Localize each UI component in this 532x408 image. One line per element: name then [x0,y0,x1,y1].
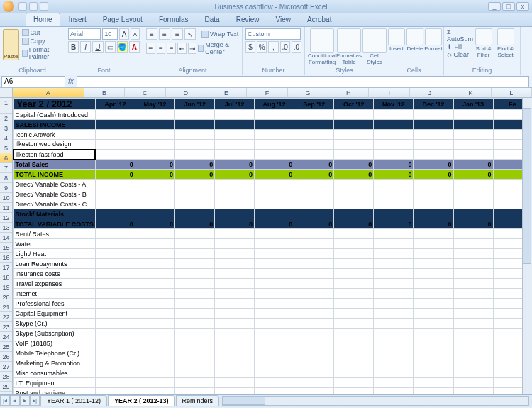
cell[interactable]: Sep '12 [294,99,334,110]
row-header[interactable]: 26 [0,352,12,362]
column-header[interactable]: K [450,88,491,98]
align-middle-button[interactable]: ≡ [159,28,170,40]
cell[interactable]: Direct/ Variable Costs - A [13,180,95,189]
cell[interactable] [374,329,414,338]
cell[interactable] [334,338,374,348]
insert-cells-button[interactable]: Insert [387,28,406,52]
cell[interactable] [294,150,334,160]
cell[interactable] [414,388,453,395]
cell[interactable] [175,348,215,358]
cell[interactable] [95,388,135,395]
tab-nav-next-button[interactable]: ▸ [20,395,30,406]
cell[interactable] [453,269,493,279]
cell[interactable] [95,209,135,219]
cell[interactable] [294,239,334,249]
cut-button[interactable]: Cut [22,29,62,36]
column-header[interactable]: B [84,88,125,98]
cell[interactable] [135,199,174,209]
cell[interactable] [215,189,255,199]
cell[interactable] [294,309,334,319]
cell[interactable] [453,279,493,289]
orientation-button[interactable]: ⤡ [184,28,196,40]
cell[interactable]: Year 2 / 2012 [13,99,95,110]
tab-nav-prev-button[interactable]: ◂ [10,395,20,406]
column-header[interactable]: I [369,88,409,98]
cell[interactable] [334,309,374,319]
cell[interactable] [453,189,493,199]
cell[interactable] [453,338,493,348]
cell[interactable] [215,279,255,289]
ribbon-tab-review[interactable]: Review [228,13,267,26]
cell[interactable] [95,368,135,378]
cell[interactable] [215,299,255,309]
column-header[interactable]: J [410,88,450,98]
row-header[interactable]: 20 [0,292,12,302]
delete-cells-button[interactable]: Delete [406,28,424,52]
cell[interactable] [294,180,334,189]
cell[interactable] [135,180,174,189]
border-button[interactable]: ▭ [105,41,116,53]
align-left-button[interactable]: ≡ [146,43,155,54]
cell[interactable] [414,329,453,338]
cell[interactable] [95,358,135,368]
shrink-font-button[interactable]: A [131,28,140,40]
cell[interactable] [135,299,174,309]
bold-button[interactable]: B [68,41,79,53]
cell[interactable] [215,329,255,338]
sheet-tab[interactable]: YEAR 2 ( 2012-13) [108,395,175,406]
fill-button[interactable]: ⬇ Fill [447,43,473,50]
row-header[interactable]: 11 [0,203,12,213]
cell[interactable] [215,120,255,130]
cell[interactable] [215,309,255,319]
cell[interactable] [95,299,135,309]
row-header[interactable]: 15 [0,243,12,253]
cell[interactable] [135,329,174,338]
cell[interactable] [294,249,334,259]
cell[interactable] [294,269,334,279]
cell[interactable]: 0 [135,160,174,170]
cell[interactable] [175,150,215,160]
cell[interactable] [453,348,493,358]
cell[interactable]: 0 [414,160,453,170]
cell[interactable] [95,348,135,358]
cell[interactable] [334,259,374,269]
cell[interactable] [95,338,135,348]
cell[interactable] [453,368,493,378]
column-header[interactable]: F [247,88,287,98]
cell[interactable]: Iconic Artwork [13,130,95,140]
cell[interactable] [294,388,334,395]
cell[interactable] [453,130,493,140]
cell[interactable] [135,348,174,358]
cell[interactable] [453,289,493,299]
cell[interactable] [175,289,215,299]
underline-button[interactable]: U [92,41,103,53]
cell[interactable]: Marketing & Promotion [13,358,95,368]
cell[interactable] [95,329,135,338]
cell[interactable] [374,239,414,249]
cell[interactable]: Dec '12 [414,99,453,110]
cell[interactable] [95,279,135,289]
cell[interactable] [215,209,255,219]
cell[interactable] [453,120,493,130]
ribbon-tab-view[interactable]: View [267,13,299,26]
cell[interactable] [175,299,215,309]
cell[interactable]: TOTAL VARIABLE COSTS [13,219,95,229]
cell[interactable] [215,199,255,209]
cell[interactable] [374,130,414,140]
format-as-table-button[interactable]: Format as Table [336,28,362,65]
cell[interactable]: Jan '13 [453,99,493,110]
decrease-indent-button[interactable]: ⇤ [177,43,187,54]
cell[interactable] [215,130,255,140]
cell[interactable] [334,130,374,140]
cell[interactable] [215,368,255,378]
cell[interactable]: 0 [135,170,174,180]
ribbon-tab-formulas[interactable]: Formulas [151,13,196,26]
cell[interactable] [374,249,414,259]
cell[interactable] [334,140,374,150]
close-button[interactable]: x [516,2,529,11]
cell[interactable] [453,378,493,388]
cell[interactable] [95,269,135,279]
cell[interactable]: 0 [414,170,453,180]
cell[interactable]: Direct/ Variable Costs - B [13,189,95,199]
cell[interactable] [334,249,374,259]
